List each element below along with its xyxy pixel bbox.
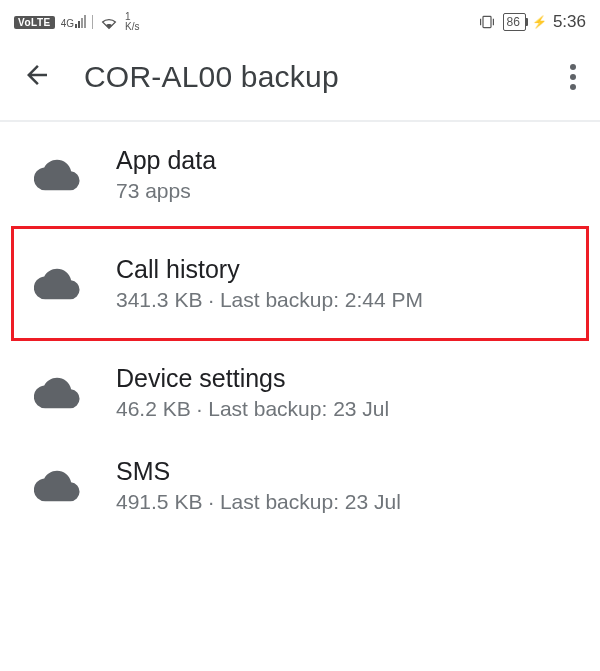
list-item-call-history[interactable]: Call history 341.3 KB · Last backup: 2:4… bbox=[10, 225, 590, 342]
volte-badge: VoLTE bbox=[14, 16, 55, 29]
clock: 5:36 bbox=[553, 12, 586, 32]
cloud-icon bbox=[34, 159, 80, 191]
row-subtitle: 341.3 KB · Last backup: 2:44 PM bbox=[116, 288, 423, 312]
status-right: 86 ⚡ 5:36 bbox=[477, 12, 586, 32]
dot-icon bbox=[570, 64, 576, 70]
network-speed: 1 K/s bbox=[125, 12, 139, 32]
row-title: Call history bbox=[116, 255, 423, 284]
more-options-button[interactable] bbox=[564, 58, 582, 96]
cloud-icon bbox=[34, 268, 80, 300]
status-left: VoLTE 4G 1 K/s bbox=[14, 12, 139, 32]
arrow-back-icon bbox=[22, 60, 52, 90]
cloud-icon bbox=[34, 470, 80, 502]
divider-icon bbox=[92, 15, 93, 29]
status-bar: VoLTE 4G 1 K/s 86 ⚡ 5:36 bbox=[0, 0, 600, 44]
list-item-device-settings[interactable]: Device settings 46.2 KB · Last backup: 2… bbox=[0, 346, 600, 439]
svg-rect-0 bbox=[483, 16, 491, 27]
network-label: 4G bbox=[61, 18, 74, 29]
row-text: Call history 341.3 KB · Last backup: 2:4… bbox=[116, 255, 423, 312]
row-text: App data 73 apps bbox=[116, 146, 216, 203]
row-title: SMS bbox=[116, 457, 401, 486]
list-item-sms[interactable]: SMS 491.5 KB · Last backup: 23 Jul bbox=[0, 439, 600, 532]
row-title: App data bbox=[116, 146, 216, 175]
vibrate-icon bbox=[477, 14, 497, 30]
back-button[interactable] bbox=[22, 60, 52, 94]
backup-list: App data 73 apps Call history 341.3 KB ·… bbox=[0, 122, 600, 532]
list-item-app-data[interactable]: App data 73 apps bbox=[0, 128, 600, 221]
cloud-icon bbox=[34, 377, 80, 409]
row-title: Device settings bbox=[116, 364, 389, 393]
dot-icon bbox=[570, 84, 576, 90]
signal-bars-icon bbox=[75, 15, 86, 29]
wifi-icon bbox=[99, 14, 119, 30]
row-subtitle: 46.2 KB · Last backup: 23 Jul bbox=[116, 397, 389, 421]
row-text: SMS 491.5 KB · Last backup: 23 Jul bbox=[116, 457, 401, 514]
dot-icon bbox=[570, 74, 576, 80]
row-text: Device settings 46.2 KB · Last backup: 2… bbox=[116, 364, 389, 421]
charging-icon: ⚡ bbox=[532, 15, 547, 29]
row-subtitle: 73 apps bbox=[116, 179, 216, 203]
speed-unit: K/s bbox=[125, 22, 139, 32]
row-subtitle: 491.5 KB · Last backup: 23 Jul bbox=[116, 490, 401, 514]
page-title: COR-AL00 backup bbox=[84, 60, 532, 94]
signal-4g: 4G bbox=[61, 15, 86, 29]
battery-indicator: 86 bbox=[503, 13, 526, 31]
app-bar: COR-AL00 backup bbox=[0, 44, 600, 122]
